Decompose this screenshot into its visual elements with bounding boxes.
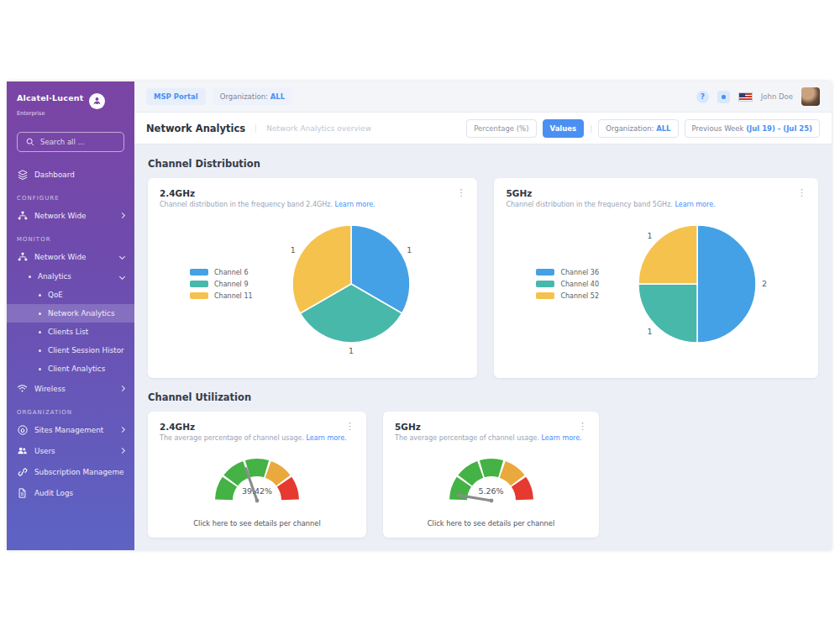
msp-portal-button[interactable]: MSP Portal	[146, 88, 206, 105]
percentage-toggle-button[interactable]: Percentage (%)	[466, 119, 536, 138]
sidebar-item-client-analytics[interactable]: Client Analytics	[7, 360, 134, 378]
learn-more-link[interactable]: Learn more.	[335, 201, 375, 208]
bullet-icon	[29, 276, 31, 278]
document-icon	[17, 487, 28, 498]
organization-value: ALL	[656, 124, 670, 133]
bullet-icon	[39, 368, 41, 370]
sidebar-item-network-wide-configure[interactable]: Network Wide	[7, 205, 134, 226]
sidebar-item-network-analytics[interactable]: Network Analytics	[7, 304, 134, 323]
gauge-chart-24ghz[interactable]: 39.42%	[202, 447, 312, 507]
chevron-right-icon	[119, 386, 125, 391]
page-title: Network Analytics	[146, 123, 255, 134]
avatar[interactable]	[801, 87, 820, 106]
legend-item[interactable]: Channel 40	[536, 281, 623, 288]
pie-slice[interactable]	[697, 225, 756, 343]
network-icon	[17, 251, 28, 262]
sidebar-item-network-wide-monitor[interactable]: Network Wide	[7, 246, 134, 267]
learn-more-link[interactable]: Learn more.	[675, 201, 715, 208]
main-area: MSP Portal Organization: ALL ? John Doe …	[134, 81, 832, 550]
sidebar-item-client-session-history[interactable]: Client Session History	[7, 341, 134, 360]
sidebar-item-sites-management[interactable]: Sites Management	[7, 419, 134, 440]
sidebar-item-clients-list[interactable]: Clients List	[7, 323, 134, 341]
legend-item[interactable]: Channel 6	[190, 269, 277, 276]
chevron-right-icon	[119, 427, 125, 433]
details-per-channel-link[interactable]: Click here to see details per channel	[160, 519, 354, 528]
section-title-channel-utilization: Channel Utilization	[148, 391, 818, 403]
wifi-icon	[17, 383, 28, 394]
bullet-icon	[39, 349, 41, 352]
card-subtitle: Channel distribution in the frequency ba…	[506, 201, 672, 208]
values-toggle-button[interactable]: Values	[543, 119, 585, 138]
slice-value-label: 1	[407, 245, 412, 255]
learn-more-link[interactable]: Learn more.	[541, 434, 581, 442]
pie-chart-5ghz[interactable]: 211	[623, 210, 771, 358]
sidebar-item-users[interactable]: Users	[7, 440, 134, 461]
language-flag-icon[interactable]	[738, 92, 753, 102]
content-area: Channel Distribution 2.4GHz Channel dist…	[134, 144, 832, 550]
chevron-down-icon	[119, 273, 125, 279]
organization-value: ALL	[270, 92, 285, 101]
slice-value-label: 1	[291, 245, 296, 255]
gauge-needle-hub	[489, 499, 493, 503]
sidebar-item-subscription-management[interactable]: Subscription Management	[7, 461, 134, 482]
bullet-icon	[39, 331, 41, 333]
brand-mark-icon	[89, 93, 105, 109]
card-title: 5GHz	[395, 422, 587, 432]
brand-logo: Alcatel·Lucent Enterprise	[7, 92, 134, 125]
kebab-menu-icon[interactable]: ⋮	[453, 186, 469, 199]
bullet-icon	[39, 294, 41, 297]
gauge-chart-5ghz[interactable]: 5.26%	[437, 447, 546, 507]
sidebar-item-analytics[interactable]: Analytics	[7, 267, 134, 286]
sidebar-item-label: Wireless	[34, 385, 113, 393]
card-title: 5GHz	[506, 188, 806, 198]
sidebar-search[interactable]	[17, 132, 124, 152]
legend-item[interactable]: Channel 9	[190, 281, 277, 288]
slice-value-label: 1	[648, 327, 653, 336]
theme-toggle-icon[interactable]	[717, 91, 730, 103]
slice-value-label: 1	[349, 346, 354, 355]
topbar-organization-selector[interactable]: Organization: ALL	[213, 88, 292, 105]
kebab-menu-icon[interactable]: ⋮	[794, 186, 810, 199]
legend-item[interactable]: Channel 52	[536, 292, 623, 300]
brand-name: Alcatel·Lucent	[17, 93, 84, 102]
chart-legend: Channel 6 Channel 9 Channel 11	[190, 265, 277, 304]
kebab-menu-icon[interactable]: ⋮	[342, 420, 358, 433]
sidebar: Alcatel·Lucent Enterprise Dashboard CONF…	[7, 81, 134, 550]
sidebar-item-label: QoE	[48, 291, 124, 299]
section-title-channel-distribution: Channel Distribution	[148, 158, 818, 170]
sidebar-item-qoe[interactable]: QoE	[7, 286, 134, 304]
sidebar-section-organization: ORGANIZATION	[7, 399, 134, 419]
legend-label: Channel 11	[214, 292, 253, 300]
card-title: 2.4GHz	[160, 422, 354, 432]
sidebar-item-label: Audit Logs	[34, 489, 124, 497]
network-icon	[17, 210, 28, 221]
card-channel-utilization-5ghz: 5GHz The average percentage of channel u…	[383, 412, 599, 538]
legend-label: Channel 36	[560, 269, 599, 276]
home-icon	[17, 424, 28, 435]
period-label: Previous Week	[692, 124, 744, 133]
sidebar-item-label: Users	[34, 447, 113, 455]
legend-label: Channel 52	[560, 292, 599, 300]
sidebar-item-label: Network Wide	[34, 253, 113, 261]
search-input[interactable]	[40, 138, 117, 146]
legend-item[interactable]: Channel 11	[190, 292, 277, 300]
details-per-channel-link[interactable]: Click here to see details per channel	[395, 519, 587, 528]
pie-chart-24ghz[interactable]: 111	[277, 210, 425, 358]
legend-item[interactable]: Channel 36	[536, 269, 623, 276]
legend-label: Channel 40	[560, 281, 599, 288]
learn-more-link[interactable]: Learn more.	[306, 434, 346, 442]
kebab-menu-icon[interactable]: ⋮	[575, 420, 591, 433]
legend-swatch	[190, 292, 208, 299]
topbar: MSP Portal Organization: ALL ? John Doe	[134, 81, 832, 113]
date-range-selector[interactable]: Previous Week (Jul 19) - (Jul 25)	[685, 119, 820, 138]
page-header: Network Analytics Network Analytics over…	[134, 113, 832, 144]
help-icon[interactable]: ?	[696, 91, 709, 103]
legend-label: Channel 9	[214, 281, 248, 288]
sidebar-item-dashboard[interactable]: Dashboard	[7, 164, 134, 185]
brand-subtitle: Enterprise	[17, 110, 45, 117]
card-channel-utilization-24ghz: 2.4GHz The average percentage of channel…	[148, 412, 366, 538]
organization-filter[interactable]: Organization: ALL	[598, 119, 678, 138]
sidebar-item-audit-logs[interactable]: Audit Logs	[7, 482, 134, 503]
sidebar-item-label: Subscription Management	[34, 468, 124, 476]
sidebar-item-wireless[interactable]: Wireless	[7, 378, 134, 399]
